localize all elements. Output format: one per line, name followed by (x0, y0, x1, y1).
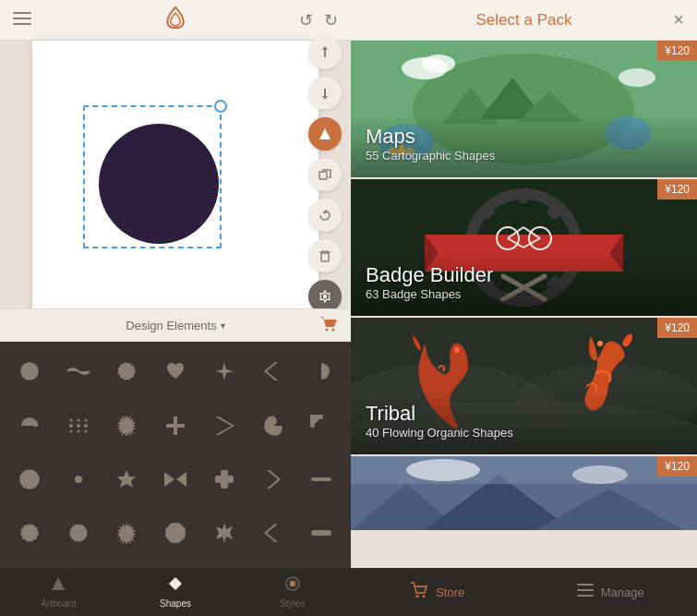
svg-rect-47 (215, 476, 234, 483)
svg-rect-107 (351, 456, 697, 484)
shape-dotted-ring[interactable] (104, 349, 150, 394)
svg-point-15 (326, 328, 329, 331)
shape-octagon[interactable] (153, 511, 198, 556)
svg-marker-20 (215, 362, 234, 380)
extra-price: ¥120 (657, 456, 697, 477)
shape-chevron-right[interactable] (250, 457, 295, 502)
svg-point-70 (619, 68, 655, 87)
pack-list: ¥120 Maps 55 Cartographic Shapes (351, 41, 697, 568)
tribal-price: ¥120 (657, 318, 697, 338)
svg-point-51 (71, 525, 86, 540)
selection-handle[interactable] (214, 100, 227, 113)
svg-marker-38 (78, 469, 80, 474)
pack-card-tribal[interactable]: ¥120 Tribal 40 Flowing Organic Shapes (351, 318, 697, 454)
manage-label: Manage (601, 586, 644, 599)
svg-marker-57 (52, 577, 65, 590)
artboard-tab-label: Artboard (41, 598, 76, 609)
delete-button[interactable] (308, 239, 342, 272)
artboard-tab-icon (50, 575, 66, 596)
cart-icon[interactable] (319, 316, 338, 336)
svg-marker-40 (68, 479, 73, 481)
svg-rect-113 (577, 589, 594, 591)
shape-heart[interactable] (153, 349, 198, 394)
shape-bowtie[interactable] (153, 457, 198, 502)
shape-cross[interactable] (153, 403, 198, 448)
svg-point-18 (25, 367, 34, 376)
duplicate-button[interactable] (308, 158, 342, 191)
svg-point-14 (323, 295, 327, 298)
manage-icon (577, 584, 594, 600)
store-tab[interactable]: Store (351, 568, 524, 616)
menu-icon[interactable] (13, 10, 31, 30)
styles-tab-label: Styles (280, 598, 305, 609)
manage-tab[interactable]: Manage (524, 568, 698, 616)
tab-artboard[interactable]: Artboard (0, 568, 117, 616)
home-icon[interactable] (162, 6, 188, 35)
pack-card-badge[interactable]: ¥120 Badge Builder 63 Badge Shapes (351, 179, 697, 316)
shape-star4[interactable] (201, 349, 246, 394)
shapes-grid (0, 342, 351, 568)
bottom-tabs: Artboard Shapes Styles (0, 568, 351, 616)
shape-wave[interactable] (56, 349, 102, 394)
svg-marker-44 (164, 472, 174, 487)
svg-rect-49 (311, 477, 331, 481)
svg-point-101 (454, 347, 460, 353)
svg-point-30 (84, 429, 87, 432)
chevron-down-icon: ▾ (221, 320, 225, 331)
shape-arrow-right[interactable] (201, 403, 246, 448)
shape-spiral[interactable] (250, 403, 295, 448)
svg-rect-1 (13, 18, 31, 19)
store-icon (410, 582, 428, 602)
tribal-desc: 40 Flowing Organic Shapes (366, 426, 682, 440)
shape-dash[interactable] (298, 457, 343, 502)
tab-styles[interactable]: Styles (234, 568, 351, 616)
tab-shapes[interactable]: Shapes (117, 568, 234, 616)
maps-desc: 55 Cartographic Shapes (366, 149, 682, 163)
shape-chevron-left2[interactable] (250, 511, 295, 556)
svg-marker-21 (264, 362, 278, 380)
shape-starburst[interactable] (104, 403, 150, 448)
shape-target[interactable] (7, 457, 53, 502)
svg-marker-39 (78, 485, 80, 489)
shape-star5[interactable] (104, 457, 150, 502)
badge-info: Badge Builder 63 Badge Shapes (351, 252, 697, 316)
svg-point-23 (77, 424, 80, 428)
shape-ring[interactable] (7, 349, 53, 394)
shape-dashed-circle[interactable] (7, 511, 53, 556)
shape-minus[interactable] (298, 511, 343, 556)
svg-point-27 (84, 418, 87, 421)
maps-info: Maps 55 Cartographic Shapes (351, 114, 697, 177)
shape-fat-cross[interactable] (201, 457, 246, 502)
rotate-button[interactable] (308, 199, 342, 232)
close-button[interactable]: × (673, 9, 684, 30)
svg-marker-31 (116, 415, 137, 437)
svg-marker-4 (322, 46, 328, 50)
redo-button[interactable]: ↻ (324, 10, 338, 30)
svg-marker-54 (216, 523, 233, 543)
shape-rays[interactable] (56, 457, 102, 502)
shape-chevron-left[interactable] (250, 349, 295, 394)
right-bottom-bar: Store Manage (351, 568, 697, 616)
shape-starburst2[interactable] (104, 511, 150, 556)
color-button[interactable] (308, 117, 342, 151)
design-elements-bar: Design Elements ▾ (0, 308, 351, 342)
shape-starburst3[interactable] (201, 511, 246, 556)
align-down-button[interactable] (308, 77, 342, 110)
svg-point-69 (422, 54, 455, 73)
tribal-name: Tribal (366, 402, 682, 426)
shape-dots-grid[interactable] (56, 403, 102, 448)
svg-point-110 (416, 595, 419, 598)
design-elements-label: Design Elements (126, 319, 216, 332)
align-up-button[interactable] (308, 36, 342, 69)
shape-partial-ring[interactable] (298, 403, 343, 448)
tribal-info: Tribal 40 Flowing Organic Shapes (351, 391, 697, 454)
pack-card-maps[interactable]: ¥120 Maps 55 Cartographic Shapes (351, 41, 697, 177)
svg-rect-33 (166, 424, 185, 428)
svg-rect-2 (13, 23, 31, 25)
shape-refresh[interactable] (7, 403, 53, 448)
shape-half-circle[interactable] (298, 349, 343, 394)
pack-card-extra[interactable]: ¥120 (351, 456, 697, 530)
maps-name: Maps (366, 125, 682, 149)
shape-ring2[interactable] (56, 511, 102, 556)
undo-button[interactable]: ↺ (299, 10, 313, 30)
